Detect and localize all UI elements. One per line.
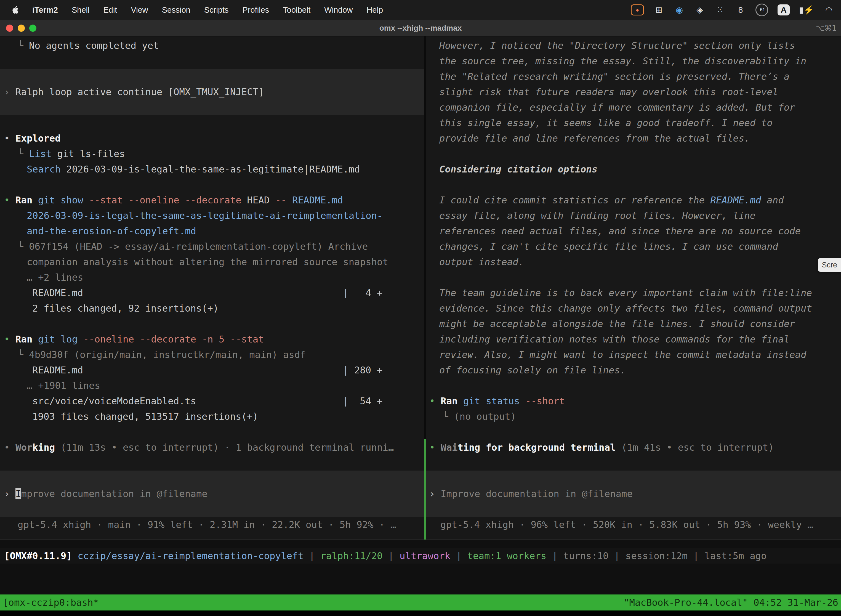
- text-segment: src/voice/voiceModeEnabled.ts | 54 +: [32, 396, 382, 406]
- omx-segment: ralph:11/20: [320, 550, 382, 561]
- zoom-window-button[interactable]: [29, 25, 37, 32]
- terminal-line: of focusing solely on file lines.: [426, 362, 841, 378]
- text-segment: gpt-5.4 xhigh · main · 91% left · 2.31M …: [18, 519, 396, 530]
- terminal: └ No agents completed yet› Ralph loop ac…: [0, 37, 841, 540]
- menu-bar-status-icons: ●⊞◉◈⁙8.61A▮⚡◠: [631, 4, 836, 16]
- omx-segment: session:12m: [626, 550, 687, 561]
- terminal-line: … +1901 lines: [0, 378, 424, 393]
- dots-grid-icon[interactable]: ⁙: [715, 4, 726, 16]
- text-segment: 2026-03-09-is-legal-the-same-as-legitima…: [27, 210, 383, 221]
- text-segment: companion file, especially if more comme…: [439, 102, 795, 113]
- minimize-window-button[interactable]: [18, 25, 25, 32]
- menu-item-window[interactable]: Window: [317, 6, 359, 15]
- text-segment: Ran: [441, 396, 457, 406]
- menu-items: ShellEditViewSessionScriptsProfilesToolb…: [65, 6, 390, 15]
- text-segment: └ 067f154 (HEAD -> essay/ai-reimplementa…: [18, 241, 368, 252]
- text-segment: 1903 files changed, 513517 insertions(+): [32, 411, 258, 422]
- screen: { "menubar": { "app_name": "iTerm2", "it…: [0, 0, 841, 616]
- text-segment: … +1901 lines: [27, 380, 100, 391]
- key-8-icon[interactable]: 8: [735, 4, 746, 16]
- apple-menu-icon[interactable]: [5, 6, 25, 14]
- text-segment: mprove documentation in @filename: [21, 488, 208, 499]
- dark-app-icon[interactable]: ◈: [694, 4, 705, 16]
- battery-percentage-icon[interactable]: .61: [756, 4, 768, 16]
- terminal-line: slight risk that future readers may over…: [426, 84, 841, 100]
- menu-item-shell[interactable]: Shell: [65, 6, 97, 15]
- window-shortcut-label: ⌥⌘1: [816, 24, 841, 32]
- text-segment: └ 4b9d30f (origin/main, instructkr/main,…: [18, 349, 306, 360]
- text-segment: gpt-5.4 xhigh · 96% left · 520K in · 5.8…: [440, 519, 813, 530]
- text-segment: README.md: [292, 195, 343, 205]
- omx-status-bar: [OMX#0.11.9] cczip/essay/ai-reimplementa…: [0, 548, 841, 563]
- text-segment: README.md | 280 +: [32, 365, 382, 375]
- terminal-line: [0, 53, 424, 69]
- pane-divider[interactable]: [424, 37, 426, 539]
- tmux-host-clock-label: "MacBook-Pro-44.local" 04:52 31-Mar-26: [624, 597, 838, 608]
- text-segment: The team guideline is to back every impo…: [439, 287, 812, 298]
- input-source-a-icon[interactable]: A: [778, 4, 790, 15]
- text-segment: [78, 334, 83, 345]
- text-segment: output instead.: [439, 257, 524, 267]
- menu-item-profiles[interactable]: Profiles: [236, 6, 276, 15]
- terminal-line: However, I noticed the "Directory Struct…: [426, 38, 841, 53]
- window-title-bar[interactable]: omx --xhigh --madmax ⌥⌘1: [0, 20, 841, 37]
- text-segment: git ls-files: [51, 148, 125, 159]
- terminal-line: companion analysis without altering the …: [0, 254, 424, 270]
- terminal-line: README.md | 280 +: [0, 362, 424, 378]
- text-segment: HEAD: [242, 195, 275, 205]
- close-window-button[interactable]: [6, 25, 13, 32]
- menu-item-help[interactable]: Help: [359, 6, 390, 15]
- terminal-line: the source tree, missing the essay. Stil…: [426, 53, 841, 69]
- terminal-line: Search 2026-03-09-is-legal-the-same-as-l…: [0, 161, 424, 177]
- text-segment: List: [29, 148, 51, 159]
- terminal-line: [426, 177, 841, 192]
- prompt-input-left[interactable]: › Improve documentation in @filename: [0, 486, 424, 502]
- terminal-line: └ 4b9d30f (origin/main, instructkr/main,…: [0, 347, 424, 362]
- menu-item-scripts[interactable]: Scripts: [197, 6, 236, 15]
- terminal-line: including verification notes with those …: [426, 331, 841, 347]
- text-segment: └ (no output): [442, 411, 516, 422]
- apple-logo-icon: [12, 6, 19, 14]
- omx-segment: last:5m ago: [705, 550, 766, 561]
- prompt-input-right[interactable]: › Improve documentation in @filename: [426, 486, 841, 502]
- omx-segment: [OMX#0.11.9]: [4, 550, 72, 561]
- omx-segment: |: [383, 550, 400, 561]
- text-segment: … +2 lines: [27, 272, 84, 283]
- text-segment: I could cite commit statistics or refere…: [439, 195, 711, 205]
- text-segment: this single essay, it seems like a good …: [439, 117, 772, 128]
- text-segment: ting for background terminal: [457, 442, 615, 453]
- terminal-line: … +2 lines: [0, 270, 424, 285]
- left-pane[interactable]: └ No agents completed yet› Ralph loop ac…: [0, 37, 424, 539]
- model-status-left: gpt-5.4 xhigh · main · 91% left · 2.31M …: [0, 517, 424, 532]
- menu-item-app-name[interactable]: iTerm2: [25, 6, 65, 15]
- text-segment: changes, I can't cite specific file line…: [439, 241, 778, 252]
- battery-charging-icon[interactable]: ▮⚡: [799, 4, 814, 16]
- terminal-line: [426, 424, 841, 440]
- screen-recording-indicator-icon[interactable]: ●: [631, 4, 644, 15]
- ran-git-log-line: • Ran git log --oneline --decorate -n 5 …: [0, 331, 424, 347]
- text-segment: However, I noticed the "Directory Struct…: [439, 40, 795, 51]
- text-segment: provide file and line references from th…: [439, 133, 750, 144]
- text-segment: --short: [525, 396, 565, 406]
- menu-item-view[interactable]: View: [124, 6, 155, 15]
- terminal-line: [426, 502, 841, 517]
- right-pane[interactable]: However, I noticed the "Directory Struct…: [426, 37, 841, 539]
- menu-item-toolbelt[interactable]: Toolbelt: [276, 6, 317, 15]
- text-segment: --: [275, 195, 287, 205]
- blue-orb-app-icon[interactable]: ◉: [674, 4, 685, 16]
- menu-item-edit[interactable]: Edit: [96, 6, 124, 15]
- text-segment: (11m 13s • esc to interrupt) · 1 backgro…: [55, 442, 394, 453]
- text-segment: └: [18, 148, 29, 159]
- menu-item-session[interactable]: Session: [155, 6, 197, 15]
- text-segment: Search: [27, 164, 61, 175]
- ralph-loop-status-line: › Ralph loop active continue [OMX_TMUX_I…: [0, 84, 424, 100]
- text-segment: [32, 334, 38, 345]
- omx-segment: [72, 550, 78, 561]
- screen-share-tooltip[interactable]: Scre: [818, 258, 841, 272]
- wifi-icon[interactable]: ◠: [823, 4, 834, 16]
- display-grid-icon[interactable]: ⊞: [653, 4, 664, 16]
- text-segment: [457, 396, 463, 406]
- text-segment: including verification notes with those …: [439, 334, 790, 345]
- terminal-line: [426, 455, 841, 471]
- terminal-line: and-the-erosion-of-copyleft.md: [0, 223, 424, 239]
